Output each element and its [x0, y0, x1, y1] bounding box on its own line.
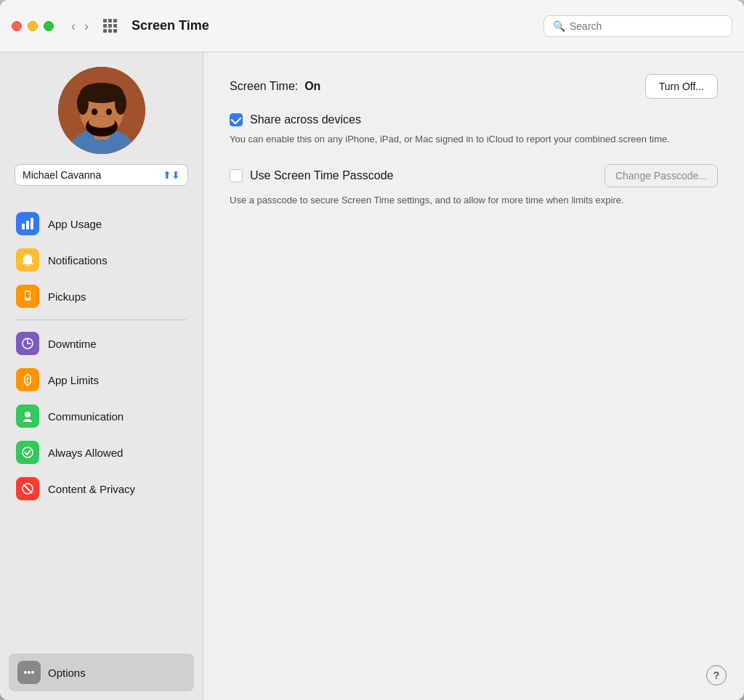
nav-buttons: ‹ › — [68, 18, 92, 34]
sidebar-divider-1 — [16, 320, 187, 320]
svg-point-18 — [27, 343, 28, 344]
share-across-devices-row: Share across devices You can enable this… — [230, 113, 718, 147]
main-window: ‹ › Screen Time 🔍 — [0, 0, 744, 700]
avatar-image — [58, 67, 145, 154]
always-allowed-icon — [16, 441, 39, 464]
avatar-section: Michael Cavanna ⬆⬇ — [0, 67, 203, 200]
back-button[interactable]: ‹ — [68, 18, 78, 34]
grid-dot — [108, 19, 112, 23]
options-button[interactable]: Options — [9, 654, 194, 691]
change-passcode-button[interactable]: Change Passcode... — [604, 164, 718, 187]
share-devices-checkbox[interactable] — [230, 113, 243, 126]
share-devices-label: Share across devices — [250, 113, 361, 126]
sidebar-item-content-privacy[interactable]: Content & Privacy — [9, 471, 194, 506]
pickups-icon — [16, 285, 39, 308]
svg-rect-12 — [26, 221, 29, 229]
options-label: Options — [48, 667, 86, 679]
sidebar-nav: App Usage Notifications — [0, 200, 203, 645]
search-input[interactable] — [570, 20, 723, 32]
minimize-button[interactable] — [28, 21, 38, 31]
sidebar-item-app-limits[interactable]: App Limits — [9, 362, 194, 397]
grid-icon[interactable] — [103, 19, 117, 33]
screen-time-status-text: Screen Time: On — [230, 80, 320, 93]
right-panel-wrapper: Screen Time: On Turn Off... Share across… — [203, 52, 744, 700]
downtime-label: Downtime — [48, 338, 97, 350]
notifications-icon — [16, 248, 39, 272]
share-devices-description: You can enable this on any iPhone, iPad,… — [230, 132, 718, 147]
share-checkbox-row: Share across devices — [230, 113, 718, 126]
passcode-description: Use a passcode to secure Screen Time set… — [230, 193, 718, 208]
grid-dot — [103, 29, 107, 33]
screen-time-status-row: Screen Time: On Turn Off... — [230, 74, 718, 99]
grid-dot — [108, 24, 112, 28]
svg-point-5 — [77, 91, 89, 115]
close-button[interactable] — [12, 21, 22, 31]
sidebar-item-downtime[interactable]: Downtime — [9, 326, 194, 361]
svg-rect-15 — [25, 292, 30, 298]
pickups-label: Pickups — [48, 290, 86, 303]
content-privacy-icon — [16, 477, 39, 500]
turn-off-button[interactable]: Turn Off... — [645, 74, 718, 99]
window-title: Screen Time — [132, 18, 535, 33]
svg-point-8 — [106, 109, 112, 115]
grid-dot — [113, 19, 117, 23]
svg-point-21 — [25, 412, 31, 418]
selector-arrow-icon: ⬆⬇ — [163, 169, 180, 181]
svg-point-27 — [31, 671, 34, 674]
sidebar: Michael Cavanna ⬆⬇ App Usage — [0, 52, 203, 700]
passcode-row: Use Screen Time Passcode Change Passcode… — [230, 164, 718, 208]
content-privacy-label: Content & Privacy — [48, 483, 135, 495]
sidebar-item-always-allowed[interactable]: Always Allowed — [9, 435, 194, 470]
sidebar-bottom: Options — [0, 645, 203, 700]
help-button[interactable]: ? — [706, 665, 727, 685]
svg-rect-11 — [22, 224, 25, 229]
svg-point-10 — [89, 116, 115, 128]
app-usage-label: App Usage — [48, 218, 102, 230]
options-icon — [17, 661, 41, 684]
app-limits-icon — [16, 368, 39, 391]
status-label: Screen Time: On — [230, 80, 320, 92]
svg-point-26 — [28, 671, 31, 674]
search-bar[interactable]: 🔍 — [543, 15, 732, 37]
grid-dot — [103, 24, 107, 28]
svg-rect-19 — [27, 377, 28, 380]
sidebar-item-communication[interactable]: Communication — [9, 399, 194, 434]
search-icon: 🔍 — [553, 20, 565, 32]
traffic-lights — [12, 21, 54, 31]
svg-point-22 — [23, 447, 33, 457]
forward-button[interactable]: › — [81, 18, 92, 34]
grid-dot — [103, 19, 107, 23]
avatar — [58, 67, 145, 154]
svg-point-6 — [115, 91, 126, 115]
svg-point-7 — [92, 109, 97, 115]
app-limits-label: App Limits — [48, 374, 99, 386]
app-usage-icon — [16, 212, 39, 235]
status-label-text: Screen Time: — [230, 80, 298, 92]
communication-icon — [16, 404, 39, 428]
avatar-svg — [58, 67, 145, 154]
notifications-label: Notifications — [48, 254, 108, 266]
communication-label: Communication — [48, 410, 124, 423]
sidebar-item-notifications[interactable]: Notifications — [9, 243, 194, 277]
svg-line-24 — [24, 485, 32, 493]
status-value: On — [304, 80, 320, 92]
titlebar: ‹ › Screen Time 🔍 — [0, 0, 744, 52]
user-name: Michael Cavanna — [23, 169, 157, 181]
grid-dot — [113, 24, 117, 28]
passcode-header-row: Use Screen Time Passcode Change Passcode… — [230, 164, 718, 187]
user-selector[interactable]: Michael Cavanna ⬆⬇ — [15, 164, 188, 186]
grid-dot — [113, 29, 117, 33]
right-panel: Screen Time: On Turn Off... Share across… — [203, 52, 744, 246]
passcode-checkbox[interactable] — [230, 169, 243, 182]
downtime-icon — [16, 332, 39, 355]
sidebar-item-pickups[interactable]: Pickups — [9, 279, 194, 314]
main-content: Michael Cavanna ⬆⬇ App Usage — [0, 52, 744, 700]
fullscreen-button[interactable] — [44, 21, 54, 31]
passcode-label: Use Screen Time Passcode — [250, 169, 393, 182]
passcode-left: Use Screen Time Passcode — [230, 169, 393, 182]
svg-point-16 — [27, 298, 28, 300]
sidebar-item-app-usage[interactable]: App Usage — [9, 206, 194, 241]
svg-point-20 — [27, 381, 28, 383]
always-allowed-label: Always Allowed — [48, 447, 123, 459]
svg-point-25 — [24, 671, 27, 674]
